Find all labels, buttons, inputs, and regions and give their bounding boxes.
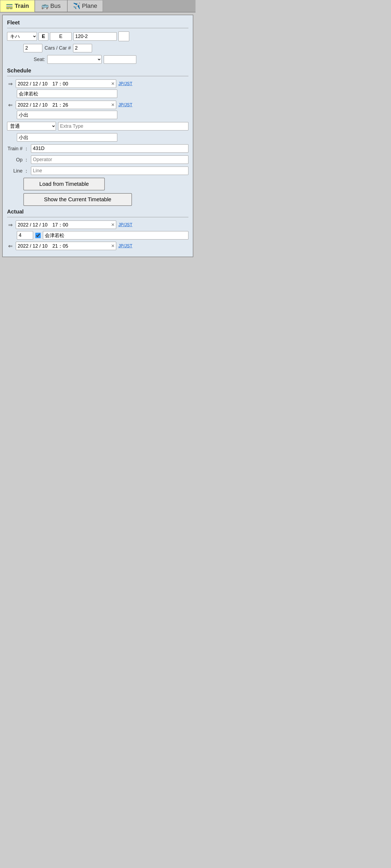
operator-input[interactable]	[31, 155, 189, 164]
fleet-model-input[interactable]	[73, 32, 117, 41]
actual-departure-timezone-link[interactable]: JP/JST	[118, 222, 133, 227]
fleet-seat-number[interactable]	[104, 55, 136, 64]
arrival-clear-button[interactable]: ✕	[111, 102, 115, 107]
actual-section-title: Actual	[7, 209, 189, 215]
arrival-station-input[interactable]	[17, 111, 117, 119]
load-timetable-button[interactable]: Load from Timetable	[23, 178, 105, 190]
train-number-label: Train # ：	[7, 145, 29, 152]
fleet-divider	[7, 28, 189, 28]
schedule-section: ⇒ ✕ JP/JST ⇐ ✕ JP/JST 普通 急行 特急	[7, 80, 189, 206]
schedule-type-row: 普通 急行 特急 新幹線	[7, 122, 189, 130]
train-number-input[interactable]	[31, 144, 189, 153]
line-input[interactable]	[31, 166, 189, 175]
fleet-cars-count[interactable]	[23, 44, 43, 52]
schedule-departure-row: ⇒ ✕ JP/JST	[7, 80, 189, 88]
fleet-row3: Seat: 指定席 自由席	[23, 55, 189, 64]
arrival-datetime-wrapper: ✕	[16, 101, 116, 109]
actual-stop2-arrow-icon: ⇐	[7, 243, 13, 249]
actual-departure-datetime-wrapper: ✕	[16, 220, 116, 229]
schedule-train-number-row: Train # ：	[7, 144, 189, 153]
fleet-section-title: Fleet	[7, 20, 189, 26]
schedule-type-select[interactable]: 普通 急行 特急 新幹線	[7, 122, 56, 130]
tab-plane[interactable]: ✈️ Plane	[67, 0, 103, 12]
fleet-car-number[interactable]	[73, 44, 92, 52]
fleet-row2: Cars / Car #	[23, 44, 189, 52]
actual-departure-arrow-icon: ⇒	[7, 222, 13, 228]
tab-bar: 🚃 Train 🚌 Bus ✈️ Plane	[0, 0, 196, 12]
departure-datetime-wrapper: ✕	[16, 80, 116, 88]
actual-departure-clear-button[interactable]: ✕	[111, 222, 115, 227]
main-panel: Fleet キハ その他 Cars / Car # Seat: 指定席 自由席 …	[2, 14, 193, 257]
arrival-timezone-link[interactable]: JP/JST	[118, 102, 133, 107]
fleet-color-input[interactable]	[118, 31, 129, 41]
actual-stop2-datetime-input[interactable]	[16, 242, 116, 250]
actual-stop2-datetime-wrapper: ✕	[16, 242, 116, 250]
fleet-cars-label: Cars / Car #	[45, 45, 71, 51]
line-label: Line ：	[7, 167, 29, 174]
schedule-arrival-row: ⇐ ✕ JP/JST	[7, 101, 189, 109]
departure-timezone-link[interactable]: JP/JST	[118, 82, 133, 86]
show-timetable-button[interactable]: Show the Current Timetable	[23, 193, 132, 206]
operator-label: Op ：	[7, 156, 29, 163]
tab-bus[interactable]: 🚌 Bus	[35, 0, 67, 12]
arrival-datetime-input[interactable]	[16, 101, 116, 109]
tab-train[interactable]: 🚃 Train	[0, 0, 35, 12]
fleet-seat-select[interactable]: 指定席 自由席	[47, 55, 102, 64]
actual-departure-datetime-input[interactable]	[16, 220, 116, 229]
schedule-operator-row: Op ：	[7, 155, 189, 164]
schedule-divider	[7, 76, 189, 76]
arrival-arrow-icon: ⇐	[7, 102, 13, 108]
actual-stop2-row: ⇐ ✕ JP/JST	[7, 242, 189, 250]
departure-arrow-icon: ⇒	[7, 81, 13, 87]
actual-stop1-row	[17, 231, 189, 240]
schedule-destination-input[interactable]	[17, 133, 117, 142]
actual-stop1-checkbox[interactable]	[35, 233, 41, 238]
schedule-section-title: Schedule	[7, 67, 189, 74]
schedule-line-row: Line ：	[7, 166, 189, 175]
seat-label: Seat:	[23, 57, 45, 62]
fleet-kana-select[interactable]: キハ その他	[7, 32, 37, 41]
fleet-type2-input[interactable]	[50, 32, 72, 41]
actual-stop1-name-input[interactable]	[43, 231, 189, 240]
fleet-type1-input[interactable]	[38, 32, 48, 41]
actual-stop2-timezone-link[interactable]: JP/JST	[118, 244, 133, 248]
actual-stop2-clear-button[interactable]: ✕	[111, 243, 115, 248]
actual-divider	[7, 217, 189, 217]
actual-stop1-number[interactable]	[17, 231, 33, 240]
departure-datetime-input[interactable]	[16, 80, 116, 88]
schedule-extra-type-input[interactable]	[58, 122, 189, 130]
actual-departure-row: ⇒ ✕ JP/JST	[7, 220, 189, 229]
departure-station-input[interactable]	[17, 90, 117, 98]
departure-clear-button[interactable]: ✕	[111, 81, 115, 86]
fleet-row1: キハ その他	[7, 31, 189, 41]
